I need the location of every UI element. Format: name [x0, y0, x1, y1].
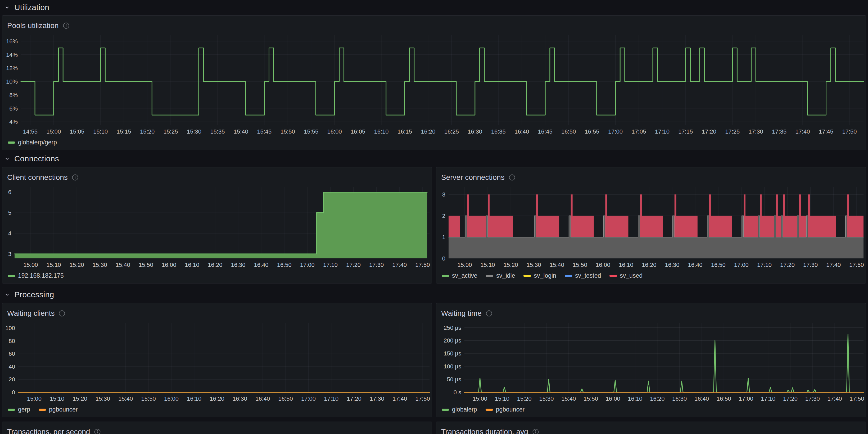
panel-header[interactable]: Server connections — [436, 167, 866, 184]
svg-text:15:10: 15:10 — [480, 262, 495, 268]
svg-text:17:50: 17:50 — [415, 395, 430, 402]
svg-text:17:05: 17:05 — [631, 128, 646, 135]
section-header-utilization[interactable]: Utilization — [0, 0, 49, 15]
legend-item[interactable]: globalerp — [442, 406, 477, 413]
svg-text:17:20: 17:20 — [347, 395, 362, 402]
svg-text:15:50: 15:50 — [139, 262, 153, 268]
svg-text:16:00: 16:00 — [606, 395, 620, 402]
svg-text:15:55: 15:55 — [304, 128, 318, 135]
legend-swatch — [8, 275, 15, 277]
svg-text:17:00: 17:00 — [300, 262, 315, 268]
svg-text:17:10: 17:10 — [324, 395, 338, 402]
info-icon[interactable] — [72, 174, 79, 181]
legend-item[interactable]: pgbouncer — [486, 406, 525, 413]
svg-text:16:30: 16:30 — [231, 262, 245, 268]
panel-header[interactable]: Pools utilization — [2, 15, 866, 33]
svg-text:40: 40 — [9, 363, 15, 370]
server-connections-chart[interactable]: 012315:0015:1015:2015:3015:4015:5016:001… — [436, 184, 866, 271]
panel-waiting-time: Waiting time 0 s50 µs100 µs150 µs200 µs2… — [436, 303, 866, 418]
legend-swatch — [565, 275, 572, 277]
legend-item[interactable]: sv_used — [610, 272, 643, 279]
panel-transactions-duration-avg: Transactions duration, avg — [436, 422, 866, 434]
legend-item[interactable]: sv_tested — [565, 272, 601, 279]
svg-text:17:30: 17:30 — [803, 262, 818, 268]
info-icon[interactable] — [94, 429, 101, 434]
svg-text:80: 80 — [9, 338, 15, 344]
svg-text:16:10: 16:10 — [619, 262, 633, 268]
info-icon[interactable] — [532, 429, 539, 434]
panel-header[interactable]: Transactions, per second — [2, 422, 432, 434]
panel-title: Transactions duration, avg — [441, 428, 528, 434]
svg-text:17:50: 17:50 — [842, 128, 857, 135]
legend-item[interactable]: 192.168.182.175 — [8, 272, 64, 279]
legend-swatch — [8, 141, 15, 144]
info-icon[interactable] — [486, 310, 493, 317]
info-icon[interactable] — [508, 174, 516, 181]
section-header-connections[interactable]: Connections — [0, 151, 59, 166]
panel-header[interactable]: Client connections — [2, 167, 432, 184]
svg-text:17:00: 17:00 — [734, 262, 749, 268]
svg-text:15:50: 15:50 — [141, 395, 156, 402]
svg-text:15:50: 15:50 — [573, 262, 587, 268]
panel-client-connections: Client connections 345615:0015:1015:2015… — [2, 167, 432, 283]
section-title: Connections — [14, 154, 59, 163]
svg-text:4%: 4% — [9, 119, 18, 125]
waiting-time-chart[interactable]: 0 s50 µs100 µs150 µs200 µs250 µs15:0015:… — [436, 320, 866, 404]
svg-text:17:00: 17:00 — [301, 395, 316, 402]
svg-text:16:10: 16:10 — [185, 262, 199, 268]
svg-text:16:50: 16:50 — [717, 395, 731, 402]
grafana-dashboard: Utilization Pools utilization 4%6%8%10%1… — [0, 0, 868, 434]
waiting-clients-chart[interactable]: 02040608010015:0015:1015:2015:3015:4015:… — [2, 320, 432, 404]
svg-text:8%: 8% — [9, 92, 18, 98]
legend-item[interactable]: sv_active — [442, 272, 477, 279]
svg-text:50 µs: 50 µs — [447, 376, 461, 383]
svg-text:16:45: 16:45 — [538, 128, 553, 135]
panel-header[interactable]: Waiting time — [436, 303, 866, 320]
svg-text:15:25: 15:25 — [163, 128, 178, 135]
legend-label: 192.168.182.175 — [18, 272, 64, 279]
legend-item[interactable]: globalerp/gerp — [8, 139, 57, 146]
legend-item[interactable]: gerp — [8, 406, 30, 413]
legend-item[interactable]: sv_login — [523, 272, 556, 279]
svg-text:16:40: 16:40 — [515, 128, 529, 135]
legend-item[interactable]: pgbouncer — [39, 406, 78, 413]
svg-text:17:50: 17:50 — [415, 262, 430, 268]
svg-text:16:20: 16:20 — [208, 262, 222, 268]
pools-utilization-legend: globalerp/gerp — [2, 137, 866, 150]
info-icon[interactable] — [59, 310, 65, 317]
svg-text:17:35: 17:35 — [772, 128, 786, 135]
legend-label: pgbouncer — [496, 406, 525, 413]
client-connections-chart[interactable]: 345615:0015:1015:2015:3015:4015:5016:001… — [2, 184, 432, 271]
pools-utilization-chart[interactable]: 4%6%8%10%12%14%16%14:5515:0015:0515:1015… — [2, 33, 866, 137]
svg-text:17:40: 17:40 — [796, 128, 810, 135]
info-icon[interactable] — [63, 22, 70, 29]
panel-header[interactable]: Waiting clients — [2, 303, 432, 320]
client-connections-legend: 192.168.182.175 — [2, 271, 432, 283]
svg-text:15:30: 15:30 — [96, 395, 110, 402]
svg-text:17:00: 17:00 — [739, 395, 753, 402]
panel-transactions-per-second: Transactions, per second — [2, 422, 432, 434]
legend-label: sv_active — [452, 272, 477, 279]
panel-header[interactable]: Transactions duration, avg — [436, 422, 866, 434]
svg-text:16:40: 16:40 — [694, 395, 709, 402]
panel-waiting-clients: Waiting clients 02040608010015:0015:1015… — [2, 303, 432, 418]
svg-text:15:10: 15:10 — [495, 395, 509, 402]
svg-text:3: 3 — [8, 251, 11, 257]
section-header-processing[interactable]: Processing — [0, 287, 54, 302]
svg-text:15:40: 15:40 — [550, 262, 564, 268]
svg-text:15:30: 15:30 — [527, 262, 541, 268]
svg-text:16:20: 16:20 — [642, 262, 656, 268]
svg-text:20: 20 — [9, 376, 15, 383]
svg-text:17:40: 17:40 — [392, 262, 407, 268]
svg-text:6%: 6% — [9, 105, 18, 112]
svg-text:5: 5 — [8, 209, 11, 216]
svg-text:16:10: 16:10 — [374, 128, 389, 135]
svg-text:16:50: 16:50 — [278, 395, 293, 402]
svg-text:15:00: 15:00 — [27, 395, 41, 402]
svg-text:15:15: 15:15 — [117, 128, 131, 135]
svg-text:15:30: 15:30 — [539, 395, 554, 402]
svg-text:16:50: 16:50 — [711, 262, 725, 268]
svg-text:17:20: 17:20 — [780, 262, 795, 268]
legend-item[interactable]: sv_idle — [486, 272, 515, 279]
svg-text:3: 3 — [442, 191, 445, 198]
